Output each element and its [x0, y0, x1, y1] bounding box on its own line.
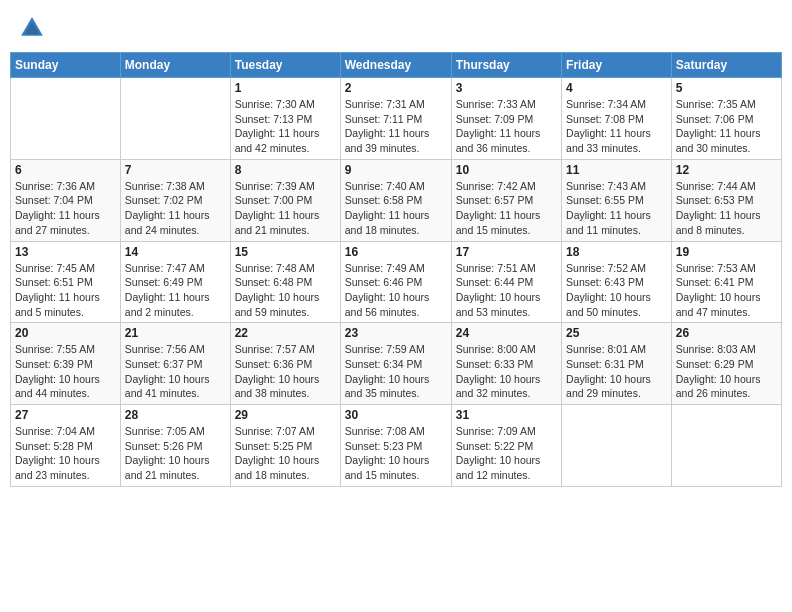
sunrise-text: Sunrise: 7:53 AM: [676, 261, 777, 276]
sunset-text: Sunset: 7:02 PM: [125, 193, 226, 208]
sunset-text: Sunset: 6:29 PM: [676, 357, 777, 372]
daylight-text: Daylight: 11 hours and 42 minutes.: [235, 126, 336, 155]
day-number: 8: [235, 163, 336, 177]
sunrise-text: Sunrise: 7:09 AM: [456, 424, 557, 439]
sunrise-text: Sunrise: 7:33 AM: [456, 97, 557, 112]
day-info: Sunrise: 7:51 AMSunset: 6:44 PMDaylight:…: [456, 261, 557, 320]
sunset-text: Sunset: 7:08 PM: [566, 112, 667, 127]
day-info: Sunrise: 7:43 AMSunset: 6:55 PMDaylight:…: [566, 179, 667, 238]
sunset-text: Sunset: 6:43 PM: [566, 275, 667, 290]
daylight-text: Daylight: 10 hours and 15 minutes.: [345, 453, 447, 482]
daylight-text: Daylight: 11 hours and 36 minutes.: [456, 126, 557, 155]
sunrise-text: Sunrise: 7:47 AM: [125, 261, 226, 276]
weekday-header-cell: Tuesday: [230, 53, 340, 78]
sunrise-text: Sunrise: 7:52 AM: [566, 261, 667, 276]
sunset-text: Sunset: 6:33 PM: [456, 357, 557, 372]
daylight-text: Daylight: 11 hours and 33 minutes.: [566, 126, 667, 155]
weekday-header-cell: Saturday: [671, 53, 781, 78]
calendar-day-cell: 13Sunrise: 7:45 AMSunset: 6:51 PMDayligh…: [11, 241, 121, 323]
day-info: Sunrise: 8:03 AMSunset: 6:29 PMDaylight:…: [676, 342, 777, 401]
calendar-day-cell: 1Sunrise: 7:30 AMSunset: 7:13 PMDaylight…: [230, 78, 340, 160]
daylight-text: Daylight: 10 hours and 21 minutes.: [125, 453, 226, 482]
sunrise-text: Sunrise: 7:04 AM: [15, 424, 116, 439]
page-header: [10, 10, 782, 46]
calendar-day-cell: 31Sunrise: 7:09 AMSunset: 5:22 PMDayligh…: [451, 405, 561, 487]
day-number: 14: [125, 245, 226, 259]
day-info: Sunrise: 7:57 AMSunset: 6:36 PMDaylight:…: [235, 342, 336, 401]
sunrise-text: Sunrise: 8:03 AM: [676, 342, 777, 357]
day-number: 31: [456, 408, 557, 422]
day-info: Sunrise: 7:09 AMSunset: 5:22 PMDaylight:…: [456, 424, 557, 483]
daylight-text: Daylight: 11 hours and 27 minutes.: [15, 208, 116, 237]
daylight-text: Daylight: 10 hours and 32 minutes.: [456, 372, 557, 401]
sunset-text: Sunset: 6:51 PM: [15, 275, 116, 290]
sunrise-text: Sunrise: 7:05 AM: [125, 424, 226, 439]
calendar-day-cell: 17Sunrise: 7:51 AMSunset: 6:44 PMDayligh…: [451, 241, 561, 323]
sunset-text: Sunset: 6:55 PM: [566, 193, 667, 208]
daylight-text: Daylight: 10 hours and 18 minutes.: [235, 453, 336, 482]
day-info: Sunrise: 7:44 AMSunset: 6:53 PMDaylight:…: [676, 179, 777, 238]
sunrise-text: Sunrise: 7:56 AM: [125, 342, 226, 357]
day-number: 25: [566, 326, 667, 340]
day-number: 17: [456, 245, 557, 259]
calendar-day-cell: 3Sunrise: 7:33 AMSunset: 7:09 PMDaylight…: [451, 78, 561, 160]
calendar-day-cell: 9Sunrise: 7:40 AMSunset: 6:58 PMDaylight…: [340, 159, 451, 241]
weekday-header-cell: Monday: [120, 53, 230, 78]
day-number: 7: [125, 163, 226, 177]
day-info: Sunrise: 7:55 AMSunset: 6:39 PMDaylight:…: [15, 342, 116, 401]
day-info: Sunrise: 7:45 AMSunset: 6:51 PMDaylight:…: [15, 261, 116, 320]
sunset-text: Sunset: 6:36 PM: [235, 357, 336, 372]
sunset-text: Sunset: 6:57 PM: [456, 193, 557, 208]
day-number: 23: [345, 326, 447, 340]
calendar-table: SundayMondayTuesdayWednesdayThursdayFrid…: [10, 52, 782, 487]
daylight-text: Daylight: 10 hours and 47 minutes.: [676, 290, 777, 319]
day-number: 2: [345, 81, 447, 95]
day-info: Sunrise: 7:34 AMSunset: 7:08 PMDaylight:…: [566, 97, 667, 156]
sunset-text: Sunset: 6:58 PM: [345, 193, 447, 208]
daylight-text: Daylight: 11 hours and 21 minutes.: [235, 208, 336, 237]
calendar-day-cell: 25Sunrise: 8:01 AMSunset: 6:31 PMDayligh…: [562, 323, 672, 405]
calendar-day-cell: [11, 78, 121, 160]
weekday-header-cell: Sunday: [11, 53, 121, 78]
sunrise-text: Sunrise: 7:34 AM: [566, 97, 667, 112]
daylight-text: Daylight: 10 hours and 56 minutes.: [345, 290, 447, 319]
sunrise-text: Sunrise: 7:08 AM: [345, 424, 447, 439]
calendar-day-cell: [671, 405, 781, 487]
calendar-day-cell: 12Sunrise: 7:44 AMSunset: 6:53 PMDayligh…: [671, 159, 781, 241]
calendar-day-cell: 8Sunrise: 7:39 AMSunset: 7:00 PMDaylight…: [230, 159, 340, 241]
sunrise-text: Sunrise: 7:44 AM: [676, 179, 777, 194]
day-info: Sunrise: 7:53 AMSunset: 6:41 PMDaylight:…: [676, 261, 777, 320]
day-number: 6: [15, 163, 116, 177]
sunset-text: Sunset: 6:39 PM: [15, 357, 116, 372]
day-info: Sunrise: 7:08 AMSunset: 5:23 PMDaylight:…: [345, 424, 447, 483]
calendar-week-row: 6Sunrise: 7:36 AMSunset: 7:04 PMDaylight…: [11, 159, 782, 241]
calendar-day-cell: 6Sunrise: 7:36 AMSunset: 7:04 PMDaylight…: [11, 159, 121, 241]
sunrise-text: Sunrise: 7:35 AM: [676, 97, 777, 112]
day-info: Sunrise: 7:39 AMSunset: 7:00 PMDaylight:…: [235, 179, 336, 238]
day-info: Sunrise: 7:38 AMSunset: 7:02 PMDaylight:…: [125, 179, 226, 238]
sunrise-text: Sunrise: 8:01 AM: [566, 342, 667, 357]
day-number: 19: [676, 245, 777, 259]
sunset-text: Sunset: 5:22 PM: [456, 439, 557, 454]
day-info: Sunrise: 7:40 AMSunset: 6:58 PMDaylight:…: [345, 179, 447, 238]
sunrise-text: Sunrise: 7:59 AM: [345, 342, 447, 357]
sunset-text: Sunset: 5:28 PM: [15, 439, 116, 454]
calendar-day-cell: [562, 405, 672, 487]
sunset-text: Sunset: 6:31 PM: [566, 357, 667, 372]
calendar-day-cell: 18Sunrise: 7:52 AMSunset: 6:43 PMDayligh…: [562, 241, 672, 323]
day-info: Sunrise: 8:01 AMSunset: 6:31 PMDaylight:…: [566, 342, 667, 401]
daylight-text: Daylight: 10 hours and 59 minutes.: [235, 290, 336, 319]
day-number: 4: [566, 81, 667, 95]
weekday-header-row: SundayMondayTuesdayWednesdayThursdayFrid…: [11, 53, 782, 78]
calendar-day-cell: 21Sunrise: 7:56 AMSunset: 6:37 PMDayligh…: [120, 323, 230, 405]
day-number: 10: [456, 163, 557, 177]
sunset-text: Sunset: 7:04 PM: [15, 193, 116, 208]
daylight-text: Daylight: 11 hours and 2 minutes.: [125, 290, 226, 319]
sunrise-text: Sunrise: 7:42 AM: [456, 179, 557, 194]
sunset-text: Sunset: 7:11 PM: [345, 112, 447, 127]
day-number: 20: [15, 326, 116, 340]
daylight-text: Daylight: 10 hours and 26 minutes.: [676, 372, 777, 401]
calendar-day-cell: 20Sunrise: 7:55 AMSunset: 6:39 PMDayligh…: [11, 323, 121, 405]
day-number: 28: [125, 408, 226, 422]
sunset-text: Sunset: 6:49 PM: [125, 275, 226, 290]
